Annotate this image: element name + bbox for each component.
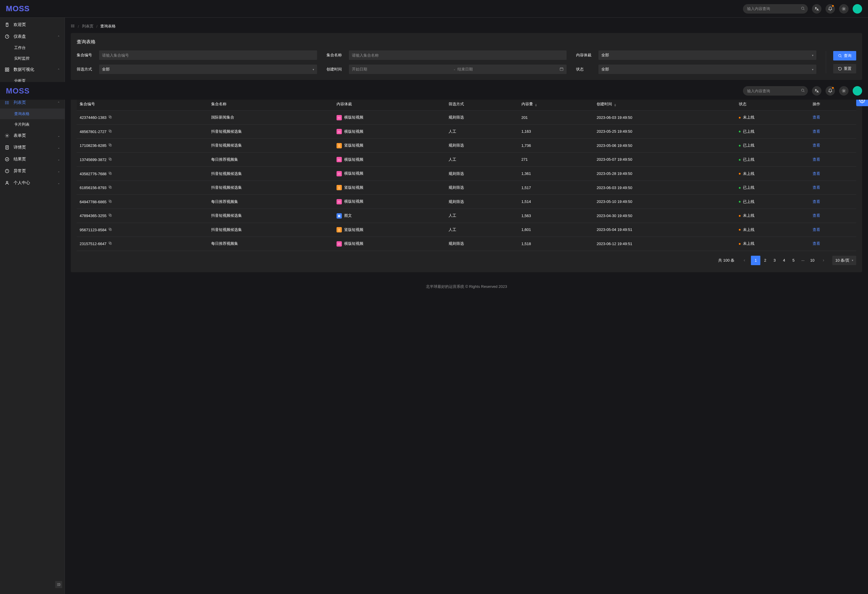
notification-button-dup[interactable] bbox=[825, 86, 835, 96]
cell-status: 已上线 bbox=[743, 199, 754, 204]
sidebar-item-3[interactable]: 列表页⌄ bbox=[0, 97, 65, 109]
view-link[interactable]: 查看 bbox=[813, 185, 820, 190]
sidebar-item-1[interactable]: 仪表盘⌄ bbox=[0, 31, 65, 43]
copy-icon[interactable] bbox=[108, 171, 112, 176]
table-row: 48567801-2727抖音短视频候选集▭横版短视频人工1,1632023-0… bbox=[77, 124, 856, 139]
view-link[interactable]: 查看 bbox=[813, 228, 820, 232]
gear-icon bbox=[5, 133, 9, 138]
sidebar-subitem-2-0[interactable]: 分析页 bbox=[0, 75, 65, 86]
page-3[interactable]: 3 bbox=[770, 256, 779, 265]
page-2[interactable]: 2 bbox=[760, 256, 770, 265]
copy-icon[interactable] bbox=[108, 158, 112, 162]
cell-id: 64947788-6865 bbox=[80, 199, 106, 204]
date-to-placeholder: 结束日期 bbox=[458, 66, 557, 72]
content-type-icon: ▭ bbox=[337, 199, 342, 204]
copy-icon[interactable] bbox=[108, 143, 112, 148]
chevron-down-icon: ⌄ bbox=[58, 182, 60, 185]
select-filter-method[interactable]: 全部 ▾ bbox=[99, 65, 317, 74]
page-10[interactable]: 10 bbox=[807, 256, 817, 265]
cell-time: 2023-06-03 19:49:50 bbox=[594, 111, 736, 125]
config-button[interactable] bbox=[856, 95, 868, 106]
label-set-name: 集合名称 bbox=[326, 53, 344, 58]
view-link[interactable]: 查看 bbox=[813, 115, 820, 120]
tab-rule-preset[interactable]: 规则预置 bbox=[77, 87, 103, 98]
cell-filter: 规则筛选 bbox=[446, 111, 518, 125]
table-row: 23157512-6647每日推荐视频集▭横版短视频规则筛选1,5182023-… bbox=[77, 237, 856, 251]
global-search-input-dup[interactable] bbox=[743, 86, 808, 96]
theme-button-dup[interactable] bbox=[839, 86, 849, 96]
pagination-prev[interactable] bbox=[740, 256, 749, 265]
global-search-input[interactable] bbox=[743, 4, 808, 13]
date-range-picker[interactable]: 开始日期 - 结束日期 bbox=[349, 65, 567, 74]
select-filter-method-value: 全部 bbox=[102, 66, 110, 72]
th-5[interactable]: 创建时间 ▲▼ bbox=[594, 98, 736, 111]
warn-icon bbox=[5, 169, 9, 173]
sidebar-item-5[interactable]: 详情页⌄ bbox=[0, 142, 65, 154]
cell-status: 已上线 bbox=[743, 157, 754, 162]
th-4[interactable]: 内容量 ▲▼ bbox=[518, 98, 594, 111]
svg-point-15 bbox=[6, 135, 8, 136]
sidebar-item-0[interactable]: 欢迎页 bbox=[0, 19, 65, 31]
table-row: 47894365-3255抖音短视频候选集▣图文人工1,5632023-04-3… bbox=[77, 208, 856, 223]
page-size-select[interactable]: 10 条/页 ▾ bbox=[832, 256, 856, 265]
input-set-id[interactable] bbox=[99, 50, 317, 60]
copy-icon[interactable] bbox=[108, 199, 112, 204]
input-set-name[interactable] bbox=[349, 50, 567, 60]
sidebar-subitem-3-1[interactable]: 卡片列表 bbox=[0, 119, 65, 130]
page-5[interactable]: 5 bbox=[789, 256, 798, 265]
view-link[interactable]: 查看 bbox=[813, 157, 820, 162]
sidebar-item-4[interactable]: 表单页⌄ bbox=[0, 130, 65, 142]
sidebar-item-7[interactable]: 异常页⌄ bbox=[0, 165, 65, 177]
cell-id: 43582776-7688 bbox=[80, 171, 106, 176]
cell-count: 1,736 bbox=[518, 139, 594, 153]
cell-id: 17108236-8285 bbox=[80, 143, 106, 148]
sidebar-subitem-3-0[interactable]: 查询表格 bbox=[0, 109, 65, 119]
cell-filter: 规则筛选 bbox=[446, 139, 518, 153]
th-3: 筛选方式 bbox=[446, 98, 518, 111]
sidebar-item-6[interactable]: 结果页⌄ bbox=[0, 154, 65, 165]
select-content-type[interactable]: 全部 ▾ bbox=[598, 50, 816, 60]
reset-button[interactable]: 重置 bbox=[833, 64, 856, 74]
select-status[interactable]: 全部 ▾ bbox=[598, 65, 816, 74]
notification-button[interactable] bbox=[825, 4, 835, 13]
cell-time: 2023-05-07 19:49:50 bbox=[594, 152, 736, 167]
sidebar-subitem-1-1[interactable]: 实时监控 bbox=[0, 53, 65, 64]
tab-manual-preset[interactable]: 人工预置 bbox=[103, 87, 128, 98]
avatar-dup[interactable] bbox=[853, 86, 862, 96]
copy-icon[interactable] bbox=[108, 130, 112, 134]
sidebar-collapse-button[interactable] bbox=[55, 581, 62, 588]
page-1[interactable]: 1 bbox=[751, 256, 760, 265]
copy-icon[interactable] bbox=[108, 186, 112, 190]
view-link[interactable]: 查看 bbox=[813, 199, 820, 204]
sidebar-item-8[interactable]: 个人中心⌄ bbox=[0, 177, 65, 189]
breadcrumb-l1[interactable]: 列表页 bbox=[82, 24, 93, 29]
view-link[interactable]: 查看 bbox=[813, 171, 820, 176]
copy-icon[interactable] bbox=[108, 115, 112, 120]
content-type-icon: ▯ bbox=[337, 143, 342, 148]
sidebar-item-2[interactable]: 数据可视化⌄ bbox=[0, 64, 65, 75]
view-link[interactable]: 查看 bbox=[813, 129, 820, 134]
list-icon bbox=[5, 100, 9, 105]
svg-rect-5 bbox=[5, 68, 7, 69]
sidebar-item-label: 详情页 bbox=[13, 145, 26, 150]
sidebar: 欢迎页仪表盘⌄工作台实时监控数据可视化⌄分析页多维数据分析列表页⌄查询表格卡片列… bbox=[0, 18, 65, 594]
view-link[interactable]: 查看 bbox=[813, 241, 820, 246]
page-4[interactable]: 4 bbox=[779, 256, 789, 265]
language-button[interactable] bbox=[812, 4, 821, 13]
view-link[interactable]: 查看 bbox=[813, 143, 820, 148]
language-button-dup[interactable] bbox=[812, 86, 821, 96]
copy-icon[interactable] bbox=[108, 242, 112, 246]
theme-button[interactable] bbox=[839, 4, 849, 13]
pagination-total: 共 100 条 bbox=[718, 258, 734, 263]
cell-filter: 人工 bbox=[446, 124, 518, 139]
field-status: 状态 全部 ▾ bbox=[576, 65, 816, 74]
sidebar-subitem-1-0[interactable]: 工作台 bbox=[0, 43, 65, 53]
status-dot bbox=[739, 145, 741, 146]
home-icon bbox=[5, 22, 9, 27]
copy-icon[interactable] bbox=[108, 228, 112, 232]
avatar[interactable] bbox=[853, 4, 862, 13]
copy-icon[interactable] bbox=[108, 214, 112, 218]
pagination-next[interactable] bbox=[819, 256, 828, 265]
view-link[interactable]: 查看 bbox=[813, 213, 820, 218]
query-button[interactable]: 查询 bbox=[833, 51, 856, 61]
